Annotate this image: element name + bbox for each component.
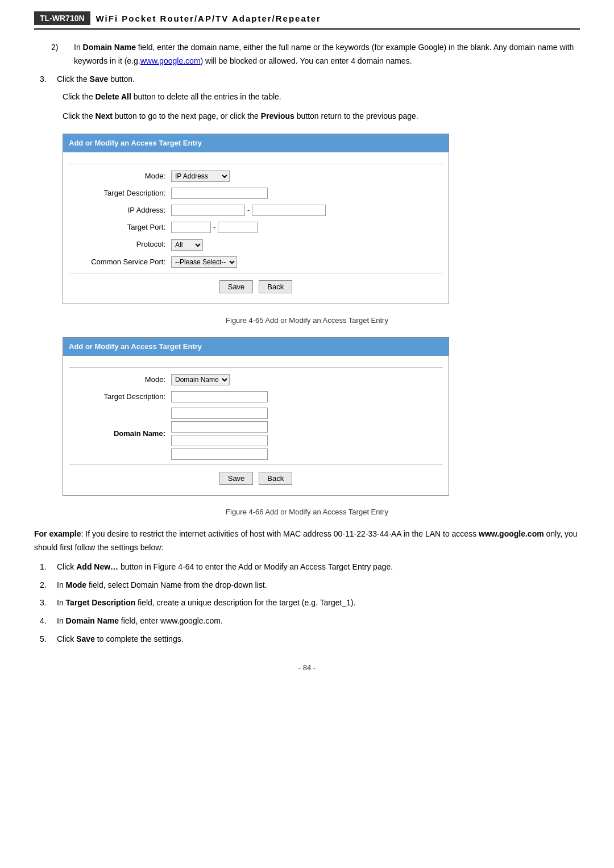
form2-target-desc-input[interactable] [171, 391, 268, 402]
save-bold2: Save [76, 634, 95, 643]
page-number: - 84 - [298, 663, 316, 672]
form1-ip-input2[interactable] [252, 205, 326, 216]
form2-bottom-separator [69, 464, 443, 465]
step-3: 3. Click the Save button. [40, 73, 580, 86]
form2-target-desc-label: Target Description: [69, 391, 171, 403]
content-area: 2) In Domain Name field, enter the domai… [34, 41, 580, 646]
target-desc-bold: Target Description [66, 598, 136, 607]
form2-domain-input-2[interactable] [171, 421, 268, 433]
example-step-4: 4. In Domain Name field, enter www.googl… [40, 614, 580, 628]
form2-btn-row: Save Back [69, 472, 443, 485]
form1-mode-label: Mode: [69, 170, 171, 182]
step2-num: 2. [40, 579, 57, 592]
form1-ip-inputs: - [171, 205, 326, 216]
form-box-1: Add or Modify an Access Target Entry Mod… [63, 134, 449, 304]
form1-protocol-select[interactable]: All TCP UDP ICMP [171, 239, 203, 251]
example-steps-list: 1. Click Add New… button in Figure 4-64 … [40, 560, 580, 646]
form1-common-service-label: Common Service Port: [69, 256, 171, 268]
step5-content: Click Save to complete the settings. [57, 633, 580, 646]
form2-body: Mode: IP Address Domain Name Target Desc… [63, 356, 449, 495]
step1-content: Click Add New… button in Figure 4-64 to … [57, 560, 580, 574]
google-link[interactable]: www.google.com [140, 56, 201, 65]
form1-ip-input1[interactable] [171, 205, 245, 216]
delete-para: Click the Delete All button to delete al… [63, 90, 580, 104]
port-dash: - [213, 222, 215, 233]
form2-target-desc-row: Target Description: [69, 391, 443, 403]
form1-ip-row: IP Address: - [69, 204, 443, 217]
mode-bold: Mode [66, 580, 87, 589]
previous-bold: Previous [261, 111, 294, 121]
model-label: TL-WR710N [34, 11, 90, 25]
domain-name-bold: Domain Name [83, 43, 136, 52]
form1-protocol-row: Protocol: All TCP UDP ICMP [69, 238, 443, 251]
example-step-3: 3. In Target Description field, create a… [40, 596, 580, 610]
form2-back-button[interactable]: Back [259, 472, 292, 485]
form1-port-label: Target Port: [69, 221, 171, 234]
example-step-2: 2. In Mode field, select Domain Name fro… [40, 579, 580, 592]
step-3-num: 3. [40, 73, 57, 86]
form2-domain-input-3[interactable] [171, 435, 268, 446]
domain-name-bold2: Domain Name [66, 616, 119, 625]
for-example-bold: For example [34, 529, 81, 538]
page-footer: - 84 - [34, 663, 580, 672]
form2-domain-name-label: Domain Name: [69, 427, 171, 440]
example-intro-para: For example: If you desire to restrict t… [34, 528, 580, 555]
page-header: TL-WR710N WiFi Pocket Router/AP/TV Adapt… [34, 11, 580, 30]
google-bold: www.google.com [479, 529, 544, 538]
step3-num: 3. [40, 596, 57, 610]
form1-port-row: Target Port: - [69, 221, 443, 234]
form2-separator [69, 367, 443, 368]
example-step-5: 5. Click Save to complete the settings. [40, 633, 580, 646]
form1-mode-row: Mode: IP Address Domain Name [69, 170, 443, 182]
form1-save-button[interactable]: Save [219, 280, 254, 293]
form2-mode-label: Mode: [69, 373, 171, 386]
form1-btn-row: Save Back [69, 280, 443, 293]
sub-item-text: In Domain Name field, enter the domain n… [74, 41, 580, 68]
form1-body: Mode: IP Address Domain Name Target Desc… [63, 152, 449, 304]
form2-domain-name-row: Domain Name: [69, 408, 443, 460]
form1-port-inputs: - [171, 222, 258, 233]
save-bold: Save [90, 74, 109, 84]
figure2-caption: Figure 4-66 Add or Modify an Access Targ… [34, 506, 580, 518]
form2-save-button[interactable]: Save [219, 472, 254, 485]
form1-separator [69, 164, 443, 164]
ip-dash: - [247, 205, 250, 216]
form1-back-button[interactable]: Back [259, 280, 292, 293]
form1-title: Add or Modify an Access Target Entry [63, 134, 449, 152]
step4-num: 4. [40, 614, 57, 628]
indent-block: Click the Delete All button to delete al… [63, 90, 580, 123]
form1-target-desc-row: Target Description: [69, 187, 443, 200]
add-new-bold: Add New… [76, 562, 118, 571]
form1-common-service-row: Common Service Port: --Please Select-- [69, 256, 443, 268]
form2-domain-inputs [171, 408, 268, 460]
sub-list: 2) In Domain Name field, enter the domai… [51, 41, 580, 68]
form2-mode-select[interactable]: IP Address Domain Name [171, 374, 230, 385]
form1-mode-select[interactable]: IP Address Domain Name [171, 171, 230, 182]
form1-bottom-separator [69, 273, 443, 273]
form2-mode-row: Mode: IP Address Domain Name [69, 373, 443, 386]
step2-content: In Mode field, select Domain Name from t… [57, 579, 580, 592]
next-bold: Next [96, 111, 113, 121]
form1-common-service-select[interactable]: --Please Select-- [171, 256, 237, 268]
next-para: Click the Next button to go to the next … [63, 110, 580, 123]
figure1-caption: Figure 4-65 Add or Modify an Access Targ… [34, 314, 580, 327]
example-step-1: 1. Click Add New… button in Figure 4-64 … [40, 560, 580, 574]
form2-domain-input-4[interactable] [171, 448, 268, 460]
form1-port-input2[interactable] [218, 222, 258, 233]
form1-ip-label: IP Address: [69, 204, 171, 217]
header-title: WiFi Pocket Router/AP/TV Adapter/Repeate… [96, 14, 321, 23]
form1-protocol-label: Protocol: [69, 238, 171, 251]
step3-content: In Target Description field, create a un… [57, 596, 580, 610]
sub-item-num: 2) [51, 41, 74, 68]
step-3-content: Click the Save button. [57, 73, 580, 86]
step4-content: In Domain Name field, enter www.google.c… [57, 614, 580, 628]
form1-port-input1[interactable] [171, 222, 211, 233]
form2-title: Add or Modify an Access Target Entry [63, 338, 449, 356]
form1-target-desc-input[interactable] [171, 188, 268, 199]
form-box-2: Add or Modify an Access Target Entry Mod… [63, 337, 449, 496]
step5-num: 5. [40, 633, 57, 646]
delete-all-bold: Delete All [96, 92, 131, 101]
step1-num: 1. [40, 560, 57, 574]
form2-domain-input-1[interactable] [171, 408, 268, 419]
form1-target-desc-label: Target Description: [69, 187, 171, 200]
